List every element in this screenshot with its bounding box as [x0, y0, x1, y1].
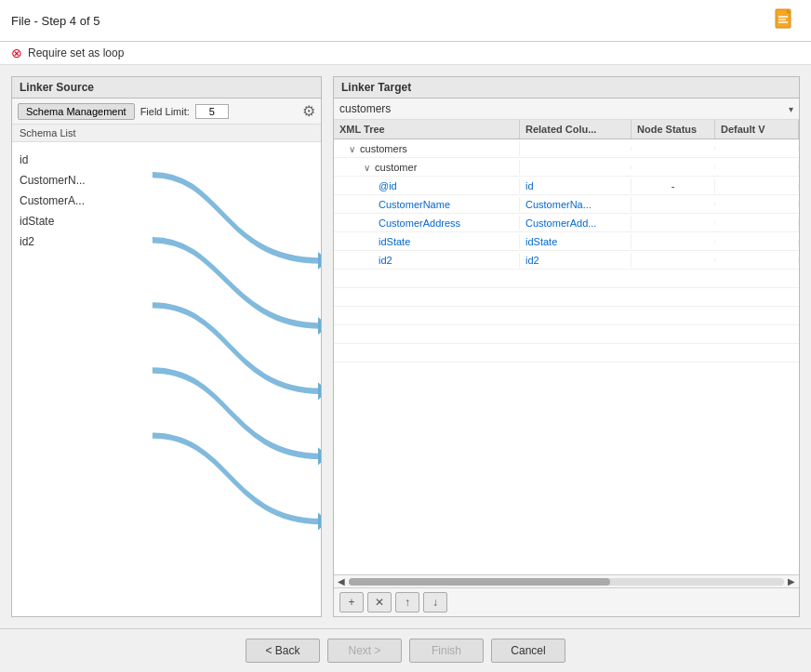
default-value-cell: [715, 184, 799, 188]
error-icon: ⊗: [11, 46, 22, 60]
linker-source-panel: Linker Source Schema Management Field Li…: [11, 76, 322, 617]
table-row: CustomerAddress CustomerAdd...: [334, 214, 799, 232]
xml-tree-cell: idState: [334, 234, 520, 249]
default-value-cell: [715, 203, 799, 206]
node-status-cell: [632, 258, 715, 262]
table-row: idState idState: [334, 232, 799, 251]
svg-marker-9: [318, 512, 321, 530]
horizontal-scrollbar[interactable]: ◀ ▶: [334, 574, 799, 587]
xml-tree-cell: CustomerAddress: [334, 216, 520, 231]
related-cell: [520, 165, 632, 169]
linker-source-header: Linker Source: [12, 77, 321, 99]
default-value-cell: [715, 221, 799, 225]
source-field-customername: CustomerN...: [12, 170, 124, 191]
table-row: [334, 344, 799, 362]
source-field-customeraddress: CustomerA...: [12, 191, 124, 211]
gear-button[interactable]: ⚙: [302, 102, 315, 120]
xml-tree-cell: ∨ customers: [334, 141, 520, 156]
target-toolbar: + ✕ ↑ ↓: [334, 587, 799, 616]
finish-button[interactable]: Finish: [409, 639, 484, 663]
table-row: [334, 270, 799, 288]
scroll-thumb: [349, 578, 610, 586]
page-title: File - Step 4 of 5: [11, 14, 100, 28]
table-row: @id id -: [334, 177, 799, 195]
target-dropdown[interactable]: customers ▾: [334, 99, 799, 120]
scroll-left-icon[interactable]: ◀: [338, 576, 345, 586]
svg-marker-6: [318, 317, 321, 335]
xml-tree-cell: @id: [334, 178, 520, 193]
xml-tree-cell: ∨ customer: [334, 160, 520, 175]
remove-row-button[interactable]: ✕: [367, 592, 392, 613]
node-status-cell: [632, 165, 715, 169]
linker-target-panel: Linker Target customers ▾ XML Tree Relat…: [333, 76, 800, 617]
field-limit-label: Field Limit:: [140, 106, 190, 117]
scroll-track[interactable]: [349, 578, 784, 586]
related-cell: id2: [520, 253, 632, 268]
footer: < Back Next > Finish Cancel: [0, 628, 811, 672]
node-status-cell: [632, 203, 715, 206]
source-field-idstate: idState: [12, 211, 124, 231]
source-field-id2: id2: [12, 231, 124, 252]
node-status-cell: -: [632, 178, 715, 193]
related-cell: id: [520, 178, 632, 193]
xml-tree-cell: id2: [334, 253, 520, 268]
linker-target-header: Linker Target: [334, 77, 799, 99]
back-button[interactable]: < Back: [246, 639, 320, 663]
related-cell: CustomerNa...: [520, 197, 632, 212]
th-related-column: Related Colu...: [520, 120, 632, 138]
table-row: ∨ customers: [334, 139, 799, 158]
svg-marker-8: [318, 447, 321, 465]
table-row: [334, 307, 799, 325]
th-xml-tree: XML Tree: [334, 120, 520, 138]
target-dropdown-value: customers: [339, 102, 785, 115]
table-row: [334, 288, 799, 307]
node-status-cell: [632, 221, 715, 225]
add-row-button[interactable]: +: [339, 592, 364, 613]
next-button[interactable]: Next >: [327, 639, 402, 663]
th-node-status: Node Status: [632, 120, 715, 138]
default-value-cell: [715, 147, 799, 151]
node-status-cell: [632, 147, 715, 151]
node-status-cell: [632, 240, 715, 244]
move-up-button[interactable]: ↑: [395, 592, 419, 613]
default-value-cell: [715, 258, 799, 262]
default-value-cell: [715, 165, 799, 169]
svg-marker-5: [318, 252, 321, 270]
error-bar: ⊗ Require set as loop: [0, 42, 811, 65]
connector-area: id CustomerN... CustomerA... idState id2: [12, 142, 321, 616]
table-row: ∨ customer: [334, 158, 799, 177]
title-bar: File - Step 4 of 5: [0, 0, 811, 42]
related-cell: [520, 147, 632, 151]
target-table: XML Tree Related Colu... Node Status Def…: [334, 120, 799, 616]
schema-management-button[interactable]: Schema Management: [18, 103, 135, 120]
related-cell: CustomerAdd...: [520, 216, 632, 231]
dropdown-arrow-icon: ▾: [789, 104, 793, 114]
target-table-body: ∨ customers ∨ customer @i: [334, 139, 799, 574]
source-field-id: id: [12, 150, 124, 170]
expand-icon: ∨: [364, 163, 370, 173]
cancel-button[interactable]: Cancel: [491, 639, 565, 663]
move-down-button[interactable]: ↓: [423, 592, 447, 613]
related-cell: idState: [520, 234, 632, 249]
schema-list-header: Schema List: [12, 125, 321, 142]
expand-icon: ∨: [349, 144, 355, 154]
title-icon-area: [770, 6, 800, 35]
main-content: Linker Source Schema Management Field Li…: [0, 65, 811, 628]
table-row: id2 id2: [334, 251, 799, 270]
target-table-header: XML Tree Related Colu... Node Status Def…: [334, 120, 799, 139]
default-value-cell: [715, 240, 799, 244]
table-row: [334, 325, 799, 344]
th-default-value: Default V: [715, 120, 799, 138]
field-limit-input[interactable]: [195, 104, 229, 119]
source-field-list: id CustomerN... CustomerA... idState id2: [12, 142, 124, 616]
svg-marker-7: [318, 382, 321, 400]
file-code-icon: [772, 7, 798, 33]
error-text: Require set as loop: [28, 46, 124, 59]
table-row: CustomerName CustomerNa...: [334, 195, 799, 214]
source-toolbar: Schema Management Field Limit: ⚙: [12, 99, 321, 125]
xml-tree-cell: CustomerName: [334, 197, 520, 212]
scroll-right-icon[interactable]: ▶: [788, 576, 795, 586]
